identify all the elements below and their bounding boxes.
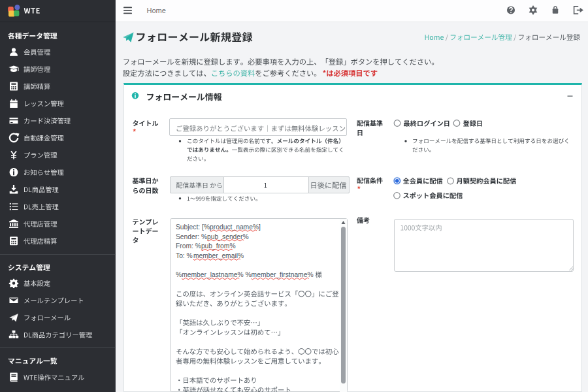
svg-text:%: % xyxy=(243,233,249,240)
svg-text:Home: Home xyxy=(147,7,166,14)
svg-text:pub_from: pub_from xyxy=(201,242,230,250)
svg-text:%]: %] xyxy=(253,223,261,231)
svg-text:member_lastname: member_lastname xyxy=(182,271,238,278)
svg-text:product_name: product_name xyxy=(210,223,253,231)
svg-text:Sender: %: Sender: % xyxy=(176,233,207,240)
svg-text:To: %: To: % xyxy=(176,252,193,259)
svg-text:%: % xyxy=(308,271,314,278)
svg-text:Subject: [%: Subject: [% xyxy=(176,223,210,231)
svg-text:%: % xyxy=(176,271,182,278)
svg-text:member_firstname: member_firstname xyxy=(252,271,308,278)
svg-text:member_email: member_email xyxy=(193,252,238,259)
svg-text:From: %: From: % xyxy=(176,242,201,250)
svg-text:% %: % % xyxy=(238,271,252,278)
svg-text:%: % xyxy=(238,252,244,259)
svg-text:pub_sender: pub_sender xyxy=(207,233,243,240)
svg-text:%: % xyxy=(229,242,235,250)
